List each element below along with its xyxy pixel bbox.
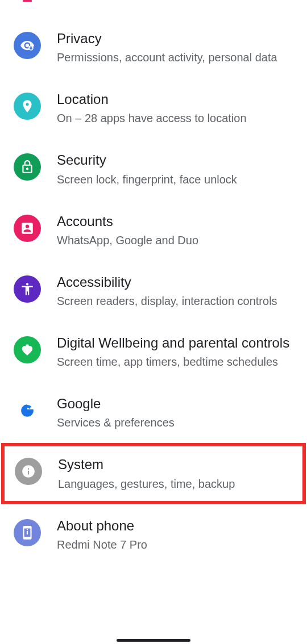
settings-item-accounts[interactable]: Accounts WhatsApp, Google and Duo (0, 200, 307, 261)
settings-item-system[interactable]: System Languages, gestures, time, backup (1, 443, 306, 504)
item-subtitle: Languages, gestures, time, backup (58, 476, 292, 492)
item-title: Security (57, 151, 293, 169)
accounts-icon (14, 215, 41, 242)
item-subtitle: Permissions, account activity, personal … (57, 49, 293, 65)
item-subtitle: On – 28 apps have access to location (57, 110, 293, 126)
settings-item-privacy[interactable]: Privacy Permissions, account activity, p… (0, 17, 307, 78)
wellbeing-icon (14, 336, 41, 363)
item-subtitle: Redmi Note 7 Pro (57, 537, 293, 553)
item-title: About phone (57, 517, 293, 534)
security-icon (14, 153, 41, 181)
item-title: Privacy (57, 30, 293, 47)
item-title: Digital Wellbeing and parental controls (57, 334, 293, 352)
settings-item-google[interactable]: G Google Services & preferences (0, 382, 307, 443)
settings-item-location[interactable]: Location On – 28 apps have access to loc… (0, 78, 307, 139)
google-icon: G (14, 397, 41, 424)
settings-item-accessibility[interactable]: Accessibility Screen readers, display, i… (0, 261, 307, 321)
settings-item-wellbeing[interactable]: Digital Wellbeing and parental controls … (0, 321, 307, 382)
item-subtitle: Screen time, app timers, bedtime schedul… (57, 354, 293, 370)
item-title: System (58, 455, 292, 473)
gesture-nav-bar[interactable] (0, 636, 307, 644)
svg-text:G: G (23, 405, 31, 416)
cutoff-storage-row (0, 0, 307, 17)
item-title: Google (57, 395, 293, 412)
settings-list: Privacy Permissions, account activity, p… (0, 17, 307, 565)
privacy-icon (14, 32, 41, 59)
item-subtitle: Services & preferences (57, 415, 293, 430)
item-title: Location (57, 90, 293, 108)
item-subtitle: Screen readers, display, interaction con… (57, 293, 293, 309)
storage-icon-cutoff (14, 0, 41, 7)
item-title: Accounts (57, 212, 293, 230)
settings-item-about[interactable]: About phone Redmi Note 7 Pro (0, 504, 307, 565)
item-subtitle: Screen lock, fingerprint, face unlock (57, 172, 293, 187)
item-subtitle: WhatsApp, Google and Duo (57, 232, 293, 248)
settings-item-security[interactable]: Security Screen lock, fingerprint, face … (0, 139, 307, 199)
about-icon (14, 519, 41, 546)
item-title: Accessibility (57, 273, 293, 291)
accessibility-icon (14, 275, 41, 303)
svg-rect-0 (23, 0, 32, 2)
system-icon (15, 458, 42, 485)
location-icon (14, 93, 41, 120)
nav-pill (117, 639, 190, 642)
